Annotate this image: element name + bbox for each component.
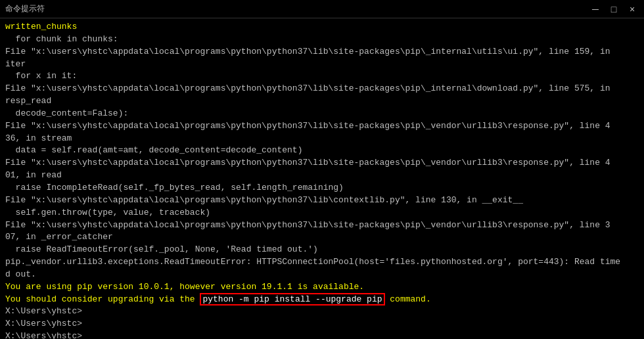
terminal-line: 07, in _error_catcher [5, 231, 639, 244]
terminal-line: resp_read [5, 95, 639, 108]
terminal-line: data = self.read(amt=amt, decode_content… [5, 145, 639, 157]
terminal-line: X:\Users\yhstc> [5, 305, 639, 318]
terminal-line: for chunk in chunks: [5, 34, 639, 46]
terminal-line: raise ReadTimeoutError(self._pool, None,… [5, 244, 639, 256]
terminal-line: for x in it: [5, 70, 639, 83]
close-button[interactable]: × [626, 5, 639, 14]
terminal-line: File "x:\users\yhstc\appdata\local\progr… [5, 46, 639, 58]
terminal-line: X:\Users\yhstc> [5, 330, 639, 339]
window-controls: ─ □ × [589, 5, 639, 14]
highlighted-command: python -m pip install --upgrade pip [200, 293, 384, 305]
terminal-line: raise IncompleteRead(self._fp_bytes_read… [5, 182, 639, 194]
terminal-line: X:\Users\yhstc> [5, 318, 639, 330]
terminal-line: d out. [5, 269, 639, 281]
window-title: 命令提示符 [5, 3, 45, 14]
terminal-line: File "x:\users\yhstc\appdata\local\progr… [5, 120, 639, 133]
terminal-line: File "x:\users\yhstc\appdata\local\progr… [5, 157, 639, 170]
maximize-button[interactable]: □ [607, 5, 620, 14]
terminal-line: You should consider upgrading via the py… [5, 294, 639, 306]
terminal-line: iter [5, 58, 639, 71]
terminal-line: 36, in stream [5, 133, 639, 145]
terminal-line: File "x:\users\yhstc\appdata\local\progr… [5, 219, 639, 232]
terminal-line: pip._vendor.urllib3.exceptions.ReadTimeo… [5, 256, 639, 269]
terminal-line: 01, in read [5, 170, 639, 182]
terminal-line: decode_content=False): [5, 108, 639, 120]
terminal-line: File "x:\users\yhstc\appdata\local\progr… [5, 194, 639, 207]
terminal-line: self.gen.throw(type, value, traceback) [5, 207, 639, 219]
cmd-window: 命令提示符 ─ □ × written_chunks for chunk in … [0, 0, 644, 339]
terminal-line: You are using pip version 10.0.1, howeve… [5, 281, 639, 294]
terminal-output: written_chunks for chunk in chunks:File … [0, 18, 644, 339]
terminal-line: written_chunks [5, 21, 639, 34]
title-bar: 命令提示符 ─ □ × [0, 0, 644, 18]
minimize-button[interactable]: ─ [589, 5, 602, 14]
terminal-line: File "x:\users\yhstc\appdata\local\progr… [5, 83, 639, 95]
